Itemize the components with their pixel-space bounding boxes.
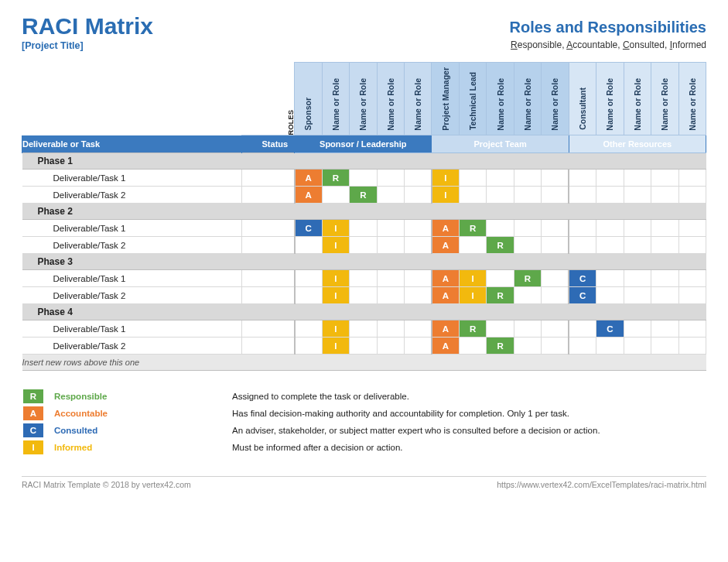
raci-cell[interactable] xyxy=(404,270,431,287)
raci-cell[interactable] xyxy=(459,338,486,355)
task-name[interactable]: Deliverable/Task 1 xyxy=(22,320,242,338)
raci-cell[interactable] xyxy=(514,237,541,254)
role-header[interactable]: Technical Lead xyxy=(459,62,486,135)
raci-cell[interactable] xyxy=(404,187,431,204)
raci-cell[interactable] xyxy=(459,187,486,204)
task-name[interactable]: Deliverable/Task 2 xyxy=(22,237,242,254)
raci-cell[interactable]: I xyxy=(432,170,459,187)
role-header[interactable]: Name or Role xyxy=(542,62,569,135)
task-name[interactable]: Deliverable/Task 1 xyxy=(22,270,242,287)
raci-cell[interactable] xyxy=(569,187,596,204)
raci-cell[interactable] xyxy=(350,170,377,187)
raci-cell[interactable] xyxy=(651,170,678,187)
raci-cell[interactable]: I xyxy=(322,320,349,338)
raci-cell[interactable] xyxy=(404,170,431,187)
raci-cell[interactable] xyxy=(624,170,651,187)
raci-cell[interactable] xyxy=(487,187,514,204)
role-header[interactable]: Name or Role xyxy=(487,62,514,135)
task-status[interactable] xyxy=(241,237,295,254)
raci-cell[interactable]: A xyxy=(432,237,459,254)
raci-cell[interactable] xyxy=(542,320,569,338)
role-header[interactable]: Consultant xyxy=(569,62,596,135)
raci-cell[interactable] xyxy=(624,220,651,237)
task-status[interactable] xyxy=(241,270,295,287)
raci-cell[interactable] xyxy=(678,170,706,187)
task-name[interactable]: Deliverable/Task 2 xyxy=(22,338,242,355)
raci-cell[interactable] xyxy=(596,338,624,355)
raci-cell[interactable] xyxy=(350,320,377,338)
raci-cell[interactable] xyxy=(624,287,651,304)
task-status[interactable] xyxy=(241,338,295,355)
raci-cell[interactable]: A xyxy=(295,170,322,187)
task-status[interactable] xyxy=(241,287,295,304)
raci-cell[interactable] xyxy=(542,187,569,204)
raci-cell[interactable] xyxy=(322,187,349,204)
task-status[interactable] xyxy=(241,187,295,204)
raci-cell[interactable]: A xyxy=(432,320,459,338)
raci-cell[interactable] xyxy=(596,237,624,254)
raci-cell[interactable] xyxy=(651,320,678,338)
raci-cell[interactable]: I xyxy=(459,270,486,287)
raci-cell[interactable]: R xyxy=(459,320,486,338)
role-header[interactable]: Name or Role xyxy=(624,62,651,135)
task-status[interactable] xyxy=(241,170,295,187)
raci-cell[interactable]: C xyxy=(569,287,596,304)
raci-cell[interactable] xyxy=(295,270,322,287)
raci-cell[interactable] xyxy=(404,237,431,254)
raci-cell[interactable]: I xyxy=(322,270,349,287)
task-name[interactable]: Deliverable/Task 1 xyxy=(22,170,242,187)
raci-cell[interactable]: I xyxy=(322,287,349,304)
raci-cell[interactable] xyxy=(295,237,322,254)
raci-cell[interactable] xyxy=(377,220,404,237)
raci-cell[interactable] xyxy=(459,170,486,187)
raci-cell[interactable] xyxy=(624,320,651,338)
raci-cell[interactable] xyxy=(596,287,624,304)
role-header[interactable]: Name or Role xyxy=(350,62,377,135)
task-status[interactable] xyxy=(241,220,295,237)
raci-cell[interactable] xyxy=(404,320,431,338)
raci-cell[interactable]: I xyxy=(322,338,349,355)
raci-cell[interactable] xyxy=(624,338,651,355)
raci-cell[interactable] xyxy=(350,338,377,355)
raci-cell[interactable] xyxy=(377,320,404,338)
raci-cell[interactable] xyxy=(295,320,322,338)
raci-cell[interactable] xyxy=(651,287,678,304)
role-header[interactable]: Name or Role xyxy=(678,62,706,135)
raci-cell[interactable] xyxy=(542,237,569,254)
raci-cell[interactable] xyxy=(569,320,596,338)
raci-cell[interactable] xyxy=(651,187,678,204)
task-name[interactable]: Deliverable/Task 2 xyxy=(22,287,242,304)
raci-cell[interactable]: R xyxy=(487,237,514,254)
role-header[interactable]: Name or Role xyxy=(377,62,404,135)
raci-cell[interactable] xyxy=(487,220,514,237)
raci-cell[interactable] xyxy=(404,287,431,304)
task-name[interactable]: Deliverable/Task 2 xyxy=(22,187,242,204)
raci-cell[interactable] xyxy=(404,338,431,355)
raci-cell[interactable] xyxy=(569,338,596,355)
raci-cell[interactable] xyxy=(487,170,514,187)
raci-cell[interactable]: C xyxy=(295,220,322,237)
raci-cell[interactable] xyxy=(350,270,377,287)
raci-cell[interactable] xyxy=(596,170,624,187)
raci-cell[interactable] xyxy=(514,187,541,204)
raci-cell[interactable] xyxy=(377,287,404,304)
raci-cell[interactable] xyxy=(678,287,706,304)
raci-cell[interactable]: C xyxy=(596,320,624,338)
raci-cell[interactable] xyxy=(514,287,541,304)
raci-cell[interactable] xyxy=(651,220,678,237)
role-header[interactable]: Name or Role xyxy=(322,62,349,135)
raci-cell[interactable] xyxy=(377,237,404,254)
raci-cell[interactable] xyxy=(596,187,624,204)
raci-cell[interactable] xyxy=(514,338,541,355)
raci-cell[interactable]: A xyxy=(432,287,459,304)
raci-cell[interactable] xyxy=(678,220,706,237)
raci-cell[interactable] xyxy=(404,220,431,237)
task-name[interactable]: Deliverable/Task 1 xyxy=(22,220,242,237)
raci-cell[interactable] xyxy=(624,237,651,254)
raci-cell[interactable] xyxy=(487,270,514,287)
raci-cell[interactable] xyxy=(514,220,541,237)
role-header[interactable]: Sponsor xyxy=(295,62,322,135)
raci-cell[interactable]: I xyxy=(459,287,486,304)
raci-cell[interactable] xyxy=(377,270,404,287)
raci-cell[interactable] xyxy=(542,220,569,237)
